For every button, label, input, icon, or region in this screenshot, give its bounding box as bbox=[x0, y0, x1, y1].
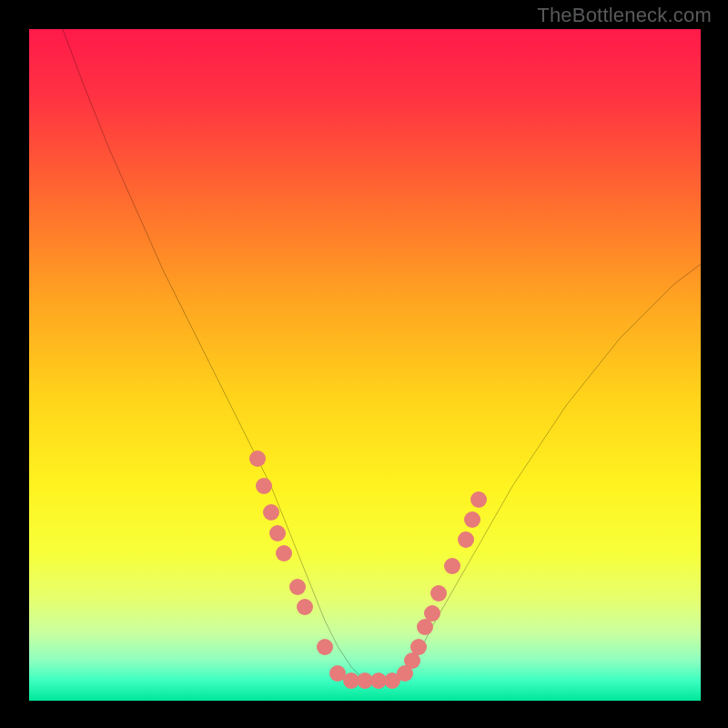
curve-layer bbox=[29, 29, 701, 701]
dot-right bbox=[470, 491, 487, 508]
watermark-text: TheBottleneck.com bbox=[537, 4, 712, 27]
dot-left bbox=[249, 450, 266, 467]
bottleneck-curve bbox=[63, 29, 701, 681]
dot-left bbox=[276, 545, 292, 561]
dot-left bbox=[263, 504, 279, 521]
dot-right bbox=[430, 585, 447, 602]
dot-right bbox=[424, 605, 440, 622]
dot-left bbox=[256, 478, 272, 494]
dot-left bbox=[289, 579, 306, 595]
dot-left bbox=[317, 639, 333, 655]
chart-frame: TheBottleneck.com bbox=[0, 0, 728, 728]
dot-left bbox=[269, 525, 286, 541]
dot-right bbox=[464, 511, 480, 528]
dot-right bbox=[444, 558, 460, 574]
dot-left bbox=[297, 599, 313, 615]
plot-area bbox=[29, 29, 701, 701]
dot-right bbox=[410, 639, 427, 655]
dot-right bbox=[458, 531, 474, 548]
